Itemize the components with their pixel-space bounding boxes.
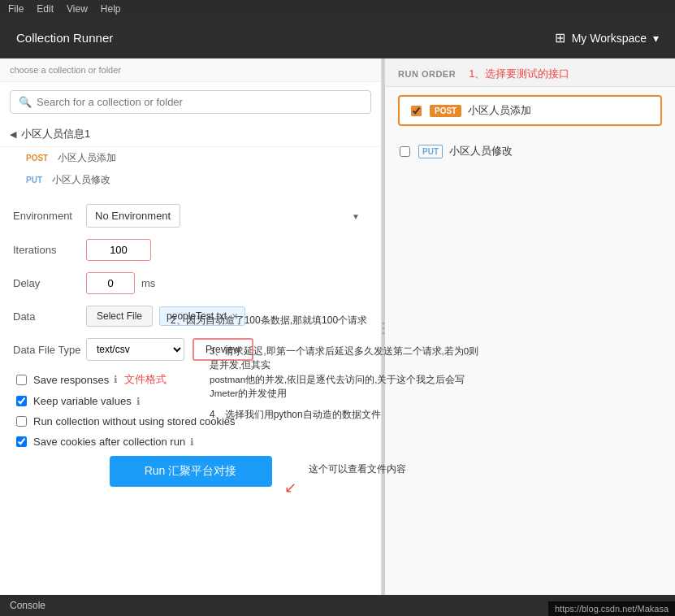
api-post-name: 小区人员添加 (58, 151, 116, 165)
menu-file[interactable]: File (8, 3, 24, 15)
collection-name: 小区人员信息1 (21, 127, 90, 141)
save-responses-label: Save responses (33, 374, 109, 386)
run-item-put-checkbox[interactable] (400, 146, 410, 157)
search-input[interactable] (37, 96, 362, 108)
menu-help[interactable]: Help (101, 3, 121, 15)
save-cookies-info-icon[interactable]: ℹ (190, 436, 194, 448)
run-order-item-active[interactable]: POST 小区人员添加 (398, 95, 662, 126)
left-panel: choose a collection or folder 🔍 ◀ 小区人员信息… (0, 59, 382, 598)
file-tag-name: peopleTest.txt (167, 310, 227, 322)
search-icon: 🔍 (19, 96, 32, 108)
search-box[interactable]: 🔍 (10, 90, 371, 114)
run-order-header: RUN ORDER (398, 69, 456, 79)
title-bar: Collection Runner ⊞ My Workspace ▾ (0, 18, 675, 59)
run-order-item-inactive[interactable]: PUT 小区人员修改 (398, 137, 662, 165)
workspace-label: My Workspace (572, 32, 647, 45)
select-file-button[interactable]: Select File (86, 306, 153, 327)
collapse-arrow-icon: ◀ (10, 129, 16, 140)
app-title: Collection Runner (16, 31, 113, 45)
save-cookies-row: Save cookies after collection run ℹ (13, 436, 368, 448)
delay-row: Delay ms (13, 272, 368, 294)
console-label[interactable]: Console (10, 600, 45, 611)
iterations-input[interactable] (86, 239, 151, 261)
divider-handle (383, 323, 385, 335)
workspace-selector[interactable]: ⊞ My Workspace ▾ (555, 30, 659, 46)
workspace-chevron-icon: ▾ (653, 32, 659, 45)
data-file-type-label: Data File Type (13, 344, 86, 356)
environment-label: Environment (13, 210, 86, 222)
api-item-put[interactable]: PUT 小区人员修改 (0, 169, 381, 191)
bottom-url: https://blog.csdn.net/Makasa (548, 601, 675, 616)
data-row: Data Select File peopleTest.txt × (13, 306, 368, 327)
panel-divider[interactable] (382, 59, 385, 598)
collection-header-text: choose a collection or folder (0, 59, 381, 82)
save-responses-info-icon[interactable]: ℹ (114, 374, 118, 385)
right-panel: RUN ORDER 1、选择要测试的接口 POST 小区人员添加 PUT 小区人… (385, 59, 675, 598)
workspace-grid-icon: ⊞ (555, 30, 565, 46)
method-put-badge: PUT (23, 175, 45, 185)
api-put-name: 小区人员修改 (52, 173, 110, 187)
delay-input[interactable] (86, 272, 135, 294)
save-responses-row: Save responses ℹ 文件格式 (13, 372, 368, 387)
delay-label: Delay (13, 277, 86, 289)
save-cookies-label: Save cookies after collection run (33, 436, 185, 448)
config-area: Environment No Environment Iterations De… (0, 191, 381, 493)
keep-variable-label: Keep variable values (33, 395, 132, 407)
run-item-post-badge: POST (430, 105, 461, 117)
environment-select[interactable]: No Environment (86, 204, 180, 228)
data-file-type-row: Data File Type text/csv application/json… (13, 338, 368, 361)
iterations-label: Iterations (13, 244, 86, 256)
menu-edit[interactable]: Edit (37, 3, 54, 15)
annotation-select-api: 1、选择要测试的接口 (469, 67, 569, 81)
run-button[interactable]: Run 汇聚平台对接 (110, 456, 272, 487)
preview-button[interactable]: Preview (193, 338, 253, 361)
keep-variable-info-icon[interactable]: ℹ (136, 396, 141, 407)
save-responses-checkbox[interactable] (16, 375, 27, 385)
menu-view[interactable]: View (67, 3, 88, 15)
main-layout: choose a collection or folder 🔍 ◀ 小区人员信息… (0, 59, 675, 598)
save-cookies-checkbox[interactable] (16, 436, 27, 447)
api-item-post[interactable]: POST 小区人员添加 (0, 147, 381, 169)
no-cookies-label: Run collection without using stored cook… (33, 415, 236, 427)
delay-unit-label: ms (141, 277, 155, 289)
file-tag: peopleTest.txt × (159, 306, 245, 326)
data-label: Data (13, 310, 86, 323)
iterations-row: Iterations (13, 239, 368, 261)
keep-variable-row: Keep variable values ℹ (13, 395, 368, 407)
data-file-type-select[interactable]: text/csv application/json (86, 338, 184, 361)
menu-bar: File Edit View Help (0, 0, 675, 18)
no-cookies-checkbox[interactable] (16, 416, 27, 427)
collection-tree-item[interactable]: ◀ 小区人员信息1 (0, 122, 381, 147)
no-cookies-row: Run collection without using stored cook… (13, 415, 368, 427)
run-item-put-badge: PUT (418, 145, 443, 158)
method-post-badge: POST (23, 153, 51, 163)
environment-row: Environment No Environment (13, 204, 368, 228)
file-tag-close-icon[interactable]: × (231, 310, 238, 323)
run-item-put-name: 小区人员修改 (449, 144, 513, 158)
run-item-post-name: 小区人员添加 (468, 103, 531, 118)
run-item-post-checkbox[interactable] (411, 106, 422, 116)
keep-variable-checkbox[interactable] (16, 396, 27, 406)
format-annotation: 文件格式 (124, 372, 167, 387)
environment-select-wrapper: No Environment (86, 204, 368, 228)
